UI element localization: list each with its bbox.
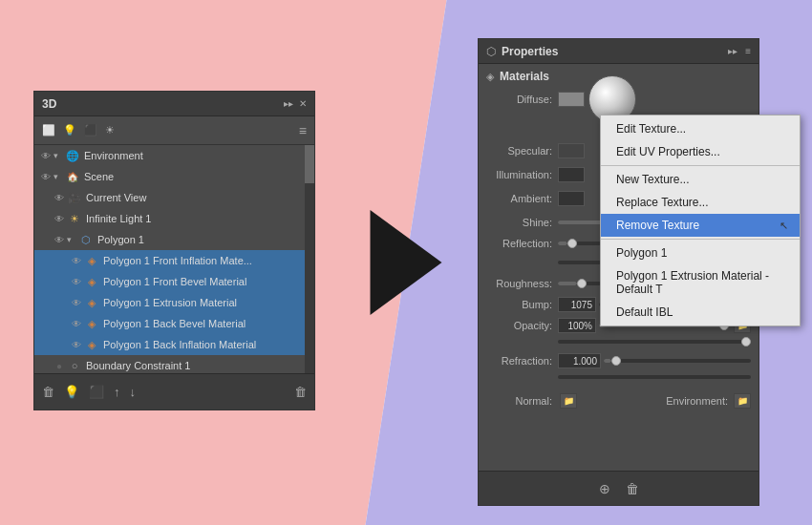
add-light-icon[interactable]: ☀ [105,124,115,136]
delete-material-icon[interactable]: 🗑 [626,481,639,496]
refraction-sub-row [486,370,751,384]
ctx-edit-texture[interactable]: Edit Texture... [601,117,800,140]
eye-icon-boundary[interactable]: ● [52,360,67,371]
materials-tab-label[interactable]: Materials [500,70,549,83]
tree-item-poly-front-inflate[interactable]: 👁 ◈ Polygon 1 Front Inflation Mate... [34,250,314,271]
ctx-sep-2 [601,239,800,240]
ambient-swatch[interactable] [558,191,585,206]
props-collapse-icon[interactable]: ▸▸ [728,46,737,56]
props-bottom-toolbar: ⊕ 🗑 [479,471,759,505]
reflection-thumb[interactable] [567,239,577,248]
refraction-input[interactable] [558,353,601,368]
move-down-icon[interactable]: ↓ [130,385,137,399]
tree-container: 👁 ▾ 🌐 Environment 👁 ▾ 🏠 Scene 👁 🎥 Curren… [34,145,314,371]
eye-icon-poly[interactable]: 👁 [52,234,67,245]
props-header: ⬡ Properties ▸▸ ≡ [479,39,759,64]
refraction-track[interactable] [604,359,751,363]
mesh-icon: ⬡ [78,234,94,246]
panel-3d-menu-icon[interactable]: ≡ [299,123,307,138]
reflection-fill [558,242,567,245]
diffuse-label: Diffuse: [486,94,558,105]
specular-swatch[interactable] [558,143,585,158]
collapse-icon[interactable]: ▸▸ [284,98,293,109]
diffuse-swatch[interactable] [558,92,585,107]
ambient-label: Ambient: [486,193,558,204]
add-mesh-icon[interactable]: ⬛ [84,124,97,136]
mat-icon-4: ◈ [84,318,99,330]
opacity-input[interactable] [558,318,596,333]
tree-item-infinite-light[interactable]: 👁 ☀ Infinite Light 1 [34,208,314,229]
tree-item-boundary[interactable]: ● ○ Boundary Constraint 1 [34,355,314,371]
eye-icon-env[interactable]: 👁 [38,150,53,161]
ctx-replace-texture[interactable]: Replace Texture... [601,191,800,214]
panel-3d-toolbar: ⬜ 💡 ⬛ ☀ ≡ [34,116,314,145]
eye-icon-view[interactable]: 👁 [52,192,67,203]
ctx-default-ibl[interactable]: Default IBL [601,301,800,324]
mat-icon-5: ◈ [84,339,99,351]
add-object-icon[interactable]: 💡 [63,124,76,136]
roughness-thumb[interactable] [577,279,587,288]
refraction-sub-track[interactable] [558,375,751,379]
arrow-indicator [371,210,442,315]
cursor-indicator: ↖ [780,220,788,232]
poly-extrusion-label: Polygon 1 Extrusion Material [103,297,310,308]
props-title-row: ⬡ Properties [486,45,558,58]
ctx-remove-texture[interactable]: Remove Texture ↖ [601,214,800,237]
new-scene-icon[interactable]: ⬜ [42,124,55,136]
ctx-polygon1[interactable]: Polygon 1 [601,242,800,264]
tree-item-poly-back-inflate[interactable]: 👁 ◈ Polygon 1 Back Inflation Material [34,334,314,355]
opacity-sub-track[interactable] [558,340,751,344]
mat-icon-2: ◈ [84,276,99,288]
tree-item-scene[interactable]: 👁 ▾ 🏠 Scene [34,166,314,187]
tree-item-current-view[interactable]: 👁 🎥 Current View [34,187,314,208]
eye-icon-pbb[interactable]: 👁 [69,318,84,329]
ctx-polygon1-extrusion[interactable]: Polygon 1 Extrusion Material - Default T [601,264,800,301]
arrow-shape [371,210,442,315]
tree-item-poly-back-bevel[interactable]: 👁 ◈ Polygon 1 Back Bevel Material [34,313,314,334]
toolbar-icons: ⬜ 💡 ⬛ ☀ [42,124,115,136]
tree-item-poly-extrusion[interactable]: 👁 ◈ Polygon 1 Extrusion Material [34,292,314,313]
eye-icon-pbi[interactable]: 👁 [69,339,84,350]
opacity-label: Opacity: [486,320,558,331]
arrow-env: ▾ [53,151,65,160]
ctx-new-texture[interactable]: New Texture... [601,168,800,191]
delete-icon[interactable]: 🗑 [294,385,307,399]
scrollbar-track[interactable] [305,145,314,373]
scene-icon: 🏠 [65,172,80,182]
close-icon[interactable]: ✕ [299,98,307,109]
tree-item-poly-front-bevel[interactable]: 👁 ◈ Polygon 1 Front Bevel Material [34,271,314,292]
eye-icon-pfb[interactable]: 👁 [69,276,84,287]
panel-3d-header: 3D ▸▸ ✕ [34,92,314,116]
eye-icon-scene[interactable]: 👁 [38,171,53,182]
props-panel-icon: ⬡ [486,45,496,58]
scrollbar-thumb[interactable] [305,145,314,183]
refraction-thumb[interactable] [611,356,621,366]
eye-icon-pfi[interactable]: 👁 [69,255,84,266]
ctx-edit-uv[interactable]: Edit UV Properties... [601,140,800,163]
view-label: Current View [86,192,310,203]
poly-front-inflate-label: Polygon 1 Front Inflation Mate... [103,255,310,266]
materials-tab-icon: ◈ [486,71,494,83]
refraction-row: Refraction: [486,352,751,369]
illumination-swatch[interactable] [558,167,585,182]
refraction-label: Refraction: [486,355,558,367]
render-icon[interactable]: ⬛ [89,385,104,399]
light-add-icon[interactable]: 💡 [64,385,79,399]
light-label: Infinite Light 1 [86,213,310,224]
props-menu-icon[interactable]: ≡ [745,46,751,56]
tree-item-environment[interactable]: 👁 ▾ 🌐 Environment [34,145,314,166]
eye-icon-light[interactable]: 👁 [52,213,67,224]
opacity-sub-row [486,335,751,348]
normal-folder-btn[interactable]: 📁 [560,393,577,409]
tree-item-polygon1[interactable]: 👁 ▾ ⬡ Polygon 1 [34,229,314,250]
trash-icon[interactable]: 🗑 [42,385,54,399]
bump-input[interactable] [558,297,596,312]
opacity-sub-thumb[interactable] [741,337,751,346]
roughness-label: Roughness: [486,278,558,289]
boundary-label: Boundary Constraint 1 [86,360,310,371]
eye-icon-pe[interactable]: 👁 [69,297,84,308]
move-up-icon[interactable]: ↑ [114,385,120,399]
add-material-icon[interactable]: ⊕ [599,481,610,496]
environment-folder-btn[interactable]: 📁 [734,393,751,409]
arrow-poly: ▾ [67,235,78,244]
